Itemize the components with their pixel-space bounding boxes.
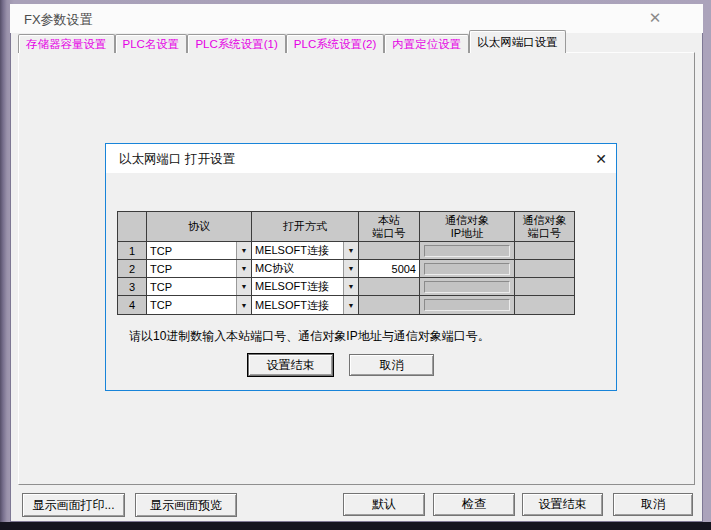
target-port-cell <box>515 278 574 296</box>
open-method-select[interactable]: MELSOFT连接▼ <box>252 296 358 314</box>
dropdown-arrow-icon[interactable]: ▼ <box>236 260 251 277</box>
tab-plc-system-2[interactable]: PLC系统设置(2) <box>286 34 384 53</box>
target-port-cell <box>515 260 574 278</box>
table-row: 3 TCP▼ MELSOFT连接▼ <box>118 278 574 296</box>
protocol-select[interactable]: TCP▼ <box>147 296 251 314</box>
dialog-close-icon[interactable]: ✕ <box>590 149 612 169</box>
table-header-row: 协议 打开方式 本站端口号 通信对象IP地址 通信对象端口号 <box>118 212 574 242</box>
show-screen-print-button[interactable]: 显示画面打印... <box>22 493 125 517</box>
dropdown-arrow-icon[interactable]: ▼ <box>236 278 251 295</box>
protocol-select[interactable]: TCP▼ <box>147 278 251 295</box>
row-number: 3 <box>118 278 147 296</box>
row-number: 1 <box>118 242 147 260</box>
tab-memory-capacity[interactable]: 存储器容量设置 <box>18 34 115 53</box>
tab-bar: 存储器容量设置 PLC名设置 PLC系统设置(1) PLC系统设置(2) 内置定… <box>18 32 566 53</box>
col-header-protocol: 协议 <box>147 212 252 242</box>
show-screen-preview-button[interactable]: 显示画面预览 <box>135 493 237 517</box>
target-ip-field <box>424 281 510 293</box>
tab-builtin-positioning[interactable]: 内置定位设置 <box>384 34 469 53</box>
table-row: 4 TCP▼ MELSOFT连接▼ <box>118 296 574 314</box>
target-ip-cell <box>420 296 515 314</box>
decimal-input-hint: 请以10进制数输入本站端口号、通信对象IP地址与通信对象端口号。 <box>129 328 490 345</box>
target-port-cell <box>515 296 574 314</box>
open-settings-table: 协议 打开方式 本站端口号 通信对象IP地址 通信对象端口号 1 TCP▼ ME… <box>117 211 575 315</box>
col-header-target-ip: 通信对象IP地址 <box>420 212 515 242</box>
open-method-select[interactable]: MELSOFT连接▼ <box>252 278 358 295</box>
protocol-cell: TCP▼ <box>147 296 252 314</box>
ethernet-open-settings-dialog: 以太网端口 打开设置 ✕ 协议 打开方式 本站端口号 通信对象IP地址 通信对象… <box>105 143 617 391</box>
col-header-host-port: 本站端口号 <box>359 212 420 242</box>
open-method-select[interactable]: MC协议▼ <box>252 260 358 277</box>
dialog-cancel-button[interactable]: 取消 <box>349 354 434 376</box>
dropdown-arrow-icon[interactable]: ▼ <box>343 242 358 259</box>
open-method-cell: MELSOFT连接▼ <box>252 296 359 314</box>
taskbar-strip <box>0 522 711 530</box>
open-method-cell: MELSOFT连接▼ <box>252 278 359 296</box>
screen: FX参数设置 ✕ 存储器容量设置 PLC名设置 PLC系统设置(1) PLC系统… <box>0 0 711 530</box>
dropdown-arrow-icon[interactable]: ▼ <box>343 278 358 295</box>
window-titlebar <box>10 4 703 33</box>
dropdown-arrow-icon[interactable]: ▼ <box>343 260 358 277</box>
setting-finish-button[interactable]: 设置结束 <box>522 493 603 516</box>
target-port-cell <box>515 242 574 260</box>
row-number: 2 <box>118 260 147 278</box>
target-ip-field <box>424 299 510 311</box>
cancel-button[interactable]: 取消 <box>613 493 693 516</box>
tab-plc-system-1[interactable]: PLC系统设置(1) <box>187 34 285 53</box>
target-ip-field <box>424 263 510 275</box>
protocol-select[interactable]: TCP▼ <box>147 260 251 277</box>
target-ip-cell <box>420 242 515 260</box>
close-icon[interactable]: ✕ <box>644 8 666 28</box>
target-ip-field <box>424 245 510 257</box>
col-header-rownum <box>118 212 147 242</box>
protocol-cell: TCP▼ <box>147 278 252 296</box>
row-number: 4 <box>118 296 147 314</box>
host-port-cell <box>359 296 420 314</box>
window-title: FX参数设置 <box>24 11 93 29</box>
protocol-cell: TCP▼ <box>147 242 252 260</box>
host-port-input[interactable]: 5004 <box>359 260 420 278</box>
table-row: 2 TCP▼ MC协议▼ 5004 <box>118 260 574 278</box>
default-button[interactable]: 默认 <box>343 493 425 516</box>
tab-ethernet-port[interactable]: 以太网端口设置 <box>469 30 566 53</box>
tab-plc-name[interactable]: PLC名设置 <box>115 34 188 53</box>
table-row: 1 TCP▼ MELSOFT连接▼ <box>118 242 574 260</box>
dropdown-arrow-icon[interactable]: ▼ <box>236 242 251 259</box>
protocol-cell: TCP▼ <box>147 260 252 278</box>
dialog-finish-button[interactable]: 设置结束 <box>248 354 333 376</box>
open-method-select[interactable]: MELSOFT连接▼ <box>252 242 358 259</box>
protocol-select[interactable]: TCP▼ <box>147 242 251 259</box>
open-method-cell: MELSOFT连接▼ <box>252 242 359 260</box>
open-method-cell: MC协议▼ <box>252 260 359 278</box>
check-button[interactable]: 检查 <box>433 493 515 516</box>
dropdown-arrow-icon[interactable]: ▼ <box>343 296 358 314</box>
dropdown-arrow-icon[interactable]: ▼ <box>236 296 251 314</box>
col-header-open-method: 打开方式 <box>252 212 359 242</box>
target-ip-cell <box>420 278 515 296</box>
host-port-cell <box>359 278 420 296</box>
col-header-target-port: 通信对象端口号 <box>515 212 574 242</box>
host-port-cell <box>359 242 420 260</box>
dialog-title: 以太网端口 打开设置 <box>119 151 235 168</box>
target-ip-cell <box>420 260 515 278</box>
